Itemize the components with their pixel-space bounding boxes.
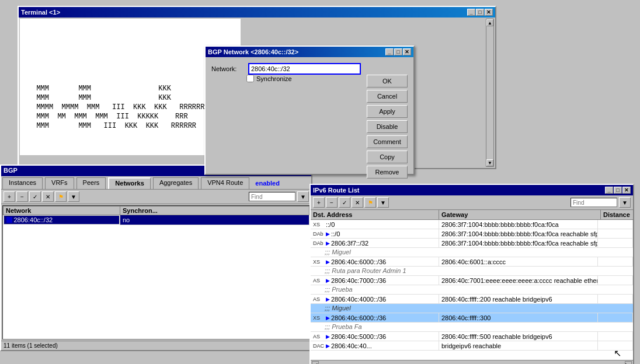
ipv6-x-button[interactable]: ✕ [352, 197, 363, 208]
close-button[interactable]: ✕ [485, 9, 493, 16]
ipv6-check-button[interactable]: ✓ [339, 197, 350, 208]
scroll-down-arrow[interactable]: ▼ [486, 159, 493, 166]
tab-vrfs[interactable]: VRFs [45, 177, 74, 189]
bgp-minimize-button[interactable]: _ [385, 48, 394, 55]
table-row[interactable]: XS▶2806:40c:6000::/36 2806:40c:6001::a:c… [311, 257, 633, 267]
comment-row: ;;; Prueba Fa [311, 323, 633, 332]
cell-network: 2806:40c::/32 [4, 215, 120, 225]
comment-button[interactable]: Comment [367, 135, 408, 148]
copy-button[interactable]: Copy [367, 150, 408, 163]
bgp-network-dialog: BGP Network <2806:40c::/32> _ □ ✕ Networ… [204, 46, 415, 175]
scroll-up-arrow[interactable]: ▲ [486, 19, 493, 26]
bgp-close-button[interactable]: ✕ [403, 48, 411, 55]
table-row[interactable]: AS▶2806:40c:4000::/36 2806:40c:ffff::200… [311, 295, 633, 304]
cell-gateway: 2806:3f7:1004:bbbb:bbbb:bbbb:f0ca:f0ca r… [439, 229, 598, 238]
bgp-panel: BGP Instances VRFs Peers Networks Aggreg… [0, 164, 312, 351]
cell-dst: AS▶2806:40c:4000::/36 [311, 295, 439, 303]
network-label: Network: [211, 65, 244, 72]
cell-distance [598, 220, 633, 229]
synchronize-label: Synchronize [256, 75, 292, 82]
ipv6-flag-button[interactable]: ⚑ [364, 197, 376, 208]
sync-row: Synchronize [211, 75, 361, 82]
table-row[interactable]: DAb▶2806:3f7::/32 2806:3f7:1004:bbbb:bbb… [311, 239, 633, 248]
cell-gateway: bridgeipv6 reachable [439, 341, 598, 350]
ok-button[interactable]: OK [367, 75, 408, 88]
table-row[interactable]: AS▶2806:40c:7000::/36 2806:40c:7001:eeee… [311, 276, 633, 285]
apply-button[interactable]: Apply [367, 105, 408, 118]
comment-row: ;;; Miguel [311, 304, 633, 313]
dialog-buttons: OK Cancel Apply Disable Comment Copy Rem… [367, 75, 408, 178]
find-input[interactable] [249, 192, 295, 201]
col-synchron: Synchron... [120, 206, 309, 215]
table-row[interactable]: AS▶2806:40c:5000::/36 2806:40c:ffff::500… [311, 332, 633, 341]
add-button[interactable]: + [4, 191, 15, 202]
terminal-scrollbar[interactable]: ▲ ▼ [486, 19, 494, 167]
ipv6-hscrollbar[interactable]: ◀ ▶ [311, 360, 633, 364]
x-button[interactable]: ✕ [42, 191, 54, 202]
bgp-status-text: 11 items (1 selected) [4, 342, 58, 349]
maximize-button[interactable]: □ [476, 9, 484, 16]
remove-button[interactable]: − [16, 191, 28, 202]
ipv6-panel: IPv6 Route List _ □ ✕ + − ✓ ✕ ⚑ ▼ ▼ Dst.… [309, 184, 634, 364]
ipv6-find-dropdown-button[interactable]: ▼ [619, 197, 631, 208]
remove-button[interactable]: Remove [367, 166, 408, 178]
network-table: Network Synchron... 2806:40c::/32 no [3, 206, 309, 225]
comment-text: ;;; Miguel [322, 248, 633, 257]
synchronize-checkbox[interactable] [246, 75, 254, 82]
ipv6-table-content: XS::/0 2806:3f7:1004:bbbb:bbbb:bbbb:f0ca… [311, 220, 633, 360]
table-row[interactable]: DAb▶::/0 2806:3f7:1004:bbbb:bbbb:bbbb:f0… [311, 229, 633, 239]
network-input[interactable] [248, 63, 361, 75]
cell-distance [598, 313, 633, 322]
ipv6-find-input[interactable] [571, 198, 617, 207]
terminal-title: Terminal <1> [21, 9, 60, 16]
tab-vpn4route[interactable]: VPN4 Route [201, 177, 249, 189]
enabled-status: enabled [255, 177, 280, 189]
bgp-title-buttons: _ □ ✕ [385, 48, 411, 55]
find-dropdown-button[interactable]: ▼ [297, 191, 309, 202]
cancel-button[interactable]: Cancel [367, 90, 408, 103]
cell-dst: XS▶2806:40c:6000::/36 [311, 313, 439, 322]
ipv6-close-button[interactable]: ✕ [622, 187, 631, 194]
hscroll-left[interactable]: ◀ [312, 361, 319, 365]
table-row[interactable]: XS▶2806:40c:6000::/36 2806:40c:ffff::300 [311, 313, 633, 323]
bgp-dialog-body: Network: Synchronize OK Cancel Apply Dis… [206, 57, 413, 174]
tab-instances[interactable]: Instances [2, 177, 43, 189]
ipv6-filter-button[interactable]: ▼ [377, 197, 389, 208]
ipv6-maximize-button[interactable]: □ [614, 187, 622, 194]
cell-dst: XS▶2806:40c:6000::/36 [311, 257, 439, 266]
bgp-maximize-button[interactable]: □ [394, 48, 402, 55]
minimize-button[interactable]: _ [467, 9, 475, 16]
cell-gateway: 2806:40c:ffff::500 reachable bridgeipv6 [439, 332, 598, 341]
check-button[interactable]: ✓ [29, 191, 41, 202]
ipv6-remove-button[interactable]: − [326, 197, 338, 208]
ipv6-minimize-button[interactable]: _ [605, 187, 613, 194]
filter-button[interactable]: ▼ [68, 191, 79, 202]
tab-peers[interactable]: Peers [76, 177, 106, 189]
cell-gateway: 2806:3f7:1004:bbbb:bbbb:bbbb:f0ca:f0ca r… [439, 239, 598, 247]
ipv6-title: IPv6 Route List [313, 187, 359, 194]
terminal-titlebar: Terminal <1> _ □ ✕ [19, 7, 495, 18]
ipv6-add-button[interactable]: + [313, 197, 325, 208]
cell-dst: DAb▶::/0 [311, 229, 439, 238]
col-network: Network [4, 206, 120, 215]
table-row[interactable]: 2806:40c::/32 no [4, 215, 309, 225]
network-row: Network: [211, 63, 361, 75]
ipv6-toolbar: + − ✓ ✕ ⚑ ▼ ▼ [311, 195, 633, 210]
table-row[interactable]: DAC▶2806:40c:40... bridgeipv6 reachable [311, 341, 633, 351]
table-row[interactable]: XS::/0 2806:3f7:1004:bbbb:bbbb:bbbb:f0ca… [311, 220, 633, 229]
cell-dst: DAC▶2806:40c:40... [311, 341, 439, 350]
cell-distance [598, 295, 633, 303]
disable-button[interactable]: Disable [367, 120, 408, 133]
hscroll-right[interactable]: ▶ [625, 361, 632, 365]
cell-distance [598, 332, 633, 341]
comment-row: ;;; Prueba [311, 285, 633, 295]
find-box: ▼ [249, 191, 309, 202]
cell-gateway: 2806:40c:6001::a:cccc [439, 257, 598, 266]
col-dst: Dst. Address [311, 210, 439, 219]
tab-aggregates[interactable]: Aggregates [153, 177, 199, 189]
flag-button[interactable]: ⚑ [55, 191, 67, 202]
cell-gateway: 2806:40c:ffff::300 [439, 313, 598, 322]
bgp-statusbar: 11 items (1 selected) [1, 341, 311, 350]
cell-gateway: 2806:40c:ffff::200 reachable bridgeipv6 [439, 295, 598, 303]
tab-networks[interactable]: Networks [108, 177, 151, 189]
